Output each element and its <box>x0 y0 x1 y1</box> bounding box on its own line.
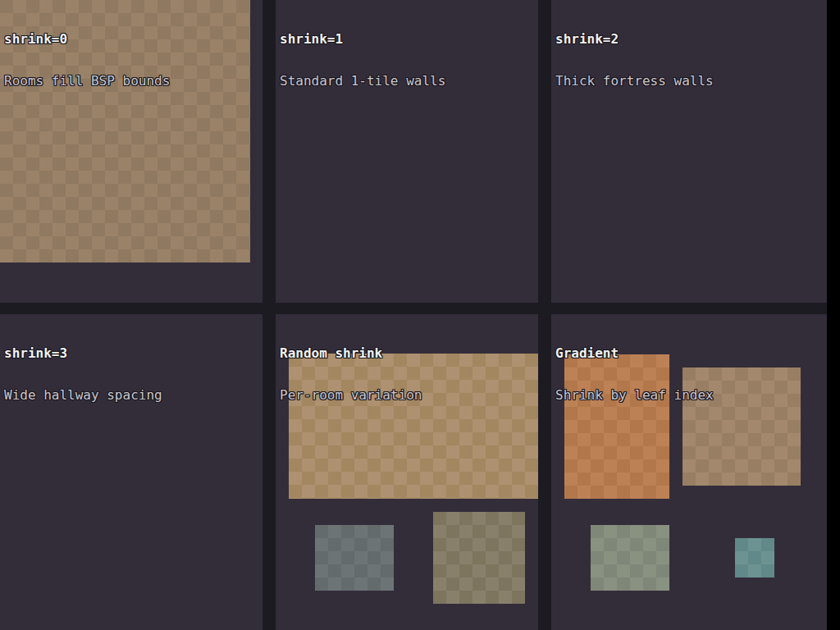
bsp-room <box>315 525 394 591</box>
panel-header: Random shrink Per-room variation <box>276 314 538 430</box>
panel-subtitle: Thick fortress walls <box>555 74 827 88</box>
panel-shrink-3: shrink=3 Wide hallway spacing <box>0 314 262 630</box>
panel-subtitle: Wide hallway spacing <box>4 388 262 402</box>
panel-shrink-1: shrink=1 Standard 1-tile walls <box>276 0 538 303</box>
panel-subtitle: Standard 1-tile walls <box>280 74 538 88</box>
panel-subtitle: Shrink by leaf index <box>555 388 827 402</box>
panel-title: shrink=3 <box>4 346 262 360</box>
panel-shrink-0: shrink=0 Rooms fill BSP bounds <box>0 0 262 303</box>
panel-subtitle: Per-room variation <box>280 388 538 402</box>
panel-random-shrink: Random shrink Per-room variation <box>276 314 538 630</box>
panel-shrink-2: shrink=2 Thick fortress walls <box>551 0 827 303</box>
bsp-shrink-comparison-canvas: shrink=0 Rooms fill BSP bounds shrink=1 … <box>0 0 840 630</box>
panel-header: Gradient Shrink by leaf index <box>551 314 827 430</box>
panel-title: Random shrink <box>280 346 538 360</box>
panel-title: shrink=2 <box>555 32 827 46</box>
bsp-room <box>433 512 525 604</box>
bsp-room <box>591 525 669 591</box>
bsp-room <box>735 538 774 578</box>
panel-header: shrink=1 Standard 1-tile walls <box>276 0 538 116</box>
panel-header: shrink=0 Rooms fill BSP bounds <box>0 0 262 116</box>
panel-title: Gradient <box>555 346 827 360</box>
panel-header: shrink=3 Wide hallway spacing <box>0 314 262 430</box>
right-letterbox <box>827 0 840 630</box>
panel-title: shrink=1 <box>280 32 538 46</box>
panel-title: shrink=0 <box>4 32 262 46</box>
panel-subtitle: Rooms fill BSP bounds <box>4 74 262 88</box>
panel-gradient: Gradient Shrink by leaf index <box>551 314 827 630</box>
panel-grid: shrink=0 Rooms fill BSP bounds shrink=1 … <box>0 0 827 630</box>
panel-header: shrink=2 Thick fortress walls <box>551 0 827 116</box>
